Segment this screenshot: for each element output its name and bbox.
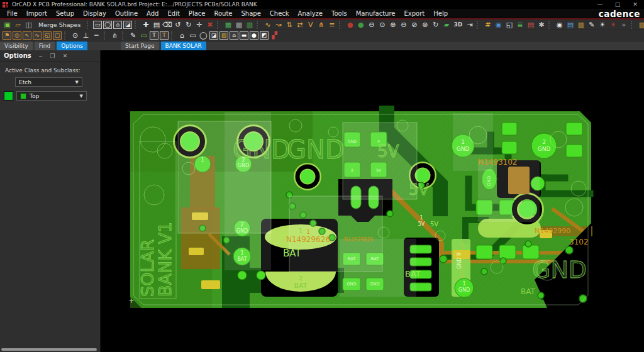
maximize-button[interactable]: □	[609, 0, 626, 9]
shape-add-red-icon[interactable]: ●	[345, 20, 355, 30]
zoom-out-icon[interactable]: ⊖	[398, 20, 409, 30]
grid-toggle-icon[interactable]: #	[482, 20, 493, 30]
menu-file[interactable]: File	[3, 10, 22, 17]
redo-icon[interactable]: ↻	[183, 20, 194, 30]
vertex-icon[interactable]: V	[305, 20, 316, 30]
shape-rectangle-icon[interactable]: ▭	[93, 21, 102, 29]
artwork-icon[interactable]: ✎	[586, 20, 597, 30]
menu-import[interactable]: Import	[22, 10, 52, 17]
visibility-eye-icon[interactable]: ◉	[554, 20, 565, 30]
copy-view-icon[interactable]: ◱	[504, 20, 514, 30]
poly-rect-icon[interactable]: ▭	[187, 31, 198, 40]
3d-canvas-icon[interactable]: 3D	[452, 20, 464, 30]
undo-icon[interactable]: ↺	[172, 20, 183, 30]
edit-text-icon[interactable]: T	[160, 31, 169, 40]
toggle-probe-icon[interactable]: ↖	[23, 31, 31, 40]
close-button[interactable]: ✕	[626, 0, 644, 9]
brightness-icon[interactable]: ☀	[597, 20, 608, 30]
assign-color-icon[interactable]: ▞	[269, 31, 280, 40]
filled-pentagon-icon[interactable]: ⌂	[230, 31, 238, 40]
copy-icon[interactable]: ▤	[151, 20, 162, 30]
settings-gear-icon[interactable]: ✱	[536, 20, 547, 30]
toggle-copy-icon[interactable]: ◱	[43, 31, 52, 40]
menu-setup[interactable]: Setup	[52, 10, 79, 17]
filled-circle-icon[interactable]: ●	[250, 31, 258, 40]
shape-xhatch-icon[interactable]: ▨	[219, 31, 228, 40]
save-design-icon[interactable]: ◫	[23, 20, 34, 30]
add-text-icon[interactable]: T	[150, 31, 158, 40]
phase-tune-icon[interactable]: ⇄	[294, 20, 305, 30]
panel-horizontal-scrollbar[interactable]	[1, 348, 97, 351]
zoom-points-icon[interactable]: ⊙	[377, 20, 387, 30]
cross-section-icon[interactable]: ▥	[575, 20, 586, 30]
poly-pentagon-icon[interactable]: ⌂	[177, 31, 187, 40]
sketch-line-icon[interactable]: ✎	[128, 31, 138, 40]
zoom-out-center-icon[interactable]: ⊖	[366, 20, 377, 30]
place-chip-icon[interactable]: ▩	[233, 20, 244, 30]
minimize-button[interactable]: —	[591, 0, 609, 9]
add-shape-label-icon[interactable]: ▭	[138, 31, 149, 40]
pin-icon[interactable]: ✛	[194, 20, 204, 30]
measure-ruler-icon[interactable]: ┉	[91, 31, 102, 40]
move-icon[interactable]: ✚	[140, 20, 151, 30]
flip-design-icon[interactable]: ⇥	[464, 20, 475, 30]
design-canvas[interactable]: GNDGNDGND5V5VSOLARBANK V1BATBATBAT5V1N14…	[101, 50, 644, 352]
tab-visibility[interactable]: Visibility	[0, 41, 33, 50]
measure-point-icon[interactable]: ⊥	[80, 31, 91, 40]
panel-float-icon[interactable]: ❐	[50, 53, 55, 59]
menu-check[interactable]: Check	[265, 10, 294, 17]
color-dialog-icon[interactable]: ◉	[493, 20, 504, 30]
export-doc-icon[interactable]: ▥	[636, 20, 644, 30]
reports-icon[interactable]: ▤	[525, 20, 536, 30]
half-fill-icon[interactable]: ◩	[260, 31, 269, 40]
canvas-tab-start-page[interactable]: Start Page	[121, 41, 159, 50]
zoom-fit-icon[interactable]: ⊘	[409, 20, 419, 30]
menu-export[interactable]: Export	[400, 10, 430, 17]
slide-icon[interactable]: ↝	[273, 20, 284, 30]
add-connect-icon[interactable]: ∿	[262, 20, 273, 30]
layers-icon[interactable]: ≣	[514, 20, 525, 30]
panel-close-icon[interactable]: ✕	[63, 53, 68, 59]
filled-rect-icon[interactable]: ▬	[240, 31, 248, 40]
place-component-icon[interactable]: ▦	[223, 20, 233, 30]
menu-outline[interactable]: Outline	[111, 10, 142, 17]
doc-attach-icon[interactable]: ▤	[565, 20, 575, 30]
toggle-signal-icon[interactable]: ∿	[33, 31, 42, 40]
menu-edit[interactable]: Edit	[163, 10, 184, 17]
shape-select-icon[interactable]: ◪	[123, 21, 132, 29]
shape-polygon-icon[interactable]: ⌂	[113, 21, 122, 29]
menu-manufacture[interactable]: Manufacture	[352, 10, 400, 17]
panel-minimize-icon[interactable]: ‒	[39, 53, 43, 59]
zoom-glass-icon[interactable]: ⊙	[70, 31, 80, 40]
open-design-icon[interactable]: ▱	[13, 20, 23, 30]
zoom-in-icon[interactable]: ⊕	[387, 20, 398, 30]
spread-lines-icon[interactable]: ≡	[326, 20, 337, 30]
menu-place[interactable]: Place	[184, 10, 210, 17]
class-select[interactable]: Etch ▼	[15, 77, 82, 87]
menu-tools[interactable]: Tools	[327, 10, 352, 17]
menu-analyze[interactable]: Analyze	[294, 10, 327, 17]
shape-add-green-icon[interactable]: ●	[355, 20, 366, 30]
menu-display[interactable]: Display	[79, 10, 111, 17]
canvas-tab-bank-solar[interactable]: BANK SOLAR	[161, 41, 206, 50]
redraw-icon[interactable]: ↻	[430, 20, 441, 30]
menu-add[interactable]: Add	[142, 10, 163, 17]
3d-board-icon[interactable]: ▰	[441, 20, 452, 30]
toggle-flag-icon[interactable]: ⚑	[3, 31, 11, 40]
toggle-frame-icon[interactable]: ▢	[53, 31, 62, 40]
layer-color-swatch[interactable]	[4, 91, 13, 101]
delay-tune-icon[interactable]: ⇅	[284, 20, 294, 30]
poly-circle-icon[interactable]: ◯	[198, 31, 209, 40]
tab-options[interactable]: Options	[57, 41, 87, 50]
tab-find[interactable]: Find	[35, 41, 55, 50]
menu-route[interactable]: Route	[209, 10, 236, 17]
delete-icon[interactable]: ⌫	[162, 20, 172, 30]
more-tools-chevron-icon[interactable]: »	[618, 20, 629, 30]
new-design-icon[interactable]: ▣	[2, 20, 13, 30]
unpin-icon[interactable]: ✖	[204, 20, 215, 30]
shadow-mode-icon[interactable]: ☀	[608, 20, 618, 30]
zoom-previous-icon[interactable]: ⊛	[419, 20, 430, 30]
toggle-donut-icon[interactable]: ◎	[13, 31, 21, 40]
place-module-icon[interactable]: ▥	[244, 20, 255, 30]
menu-shape[interactable]: Shape	[236, 10, 265, 17]
